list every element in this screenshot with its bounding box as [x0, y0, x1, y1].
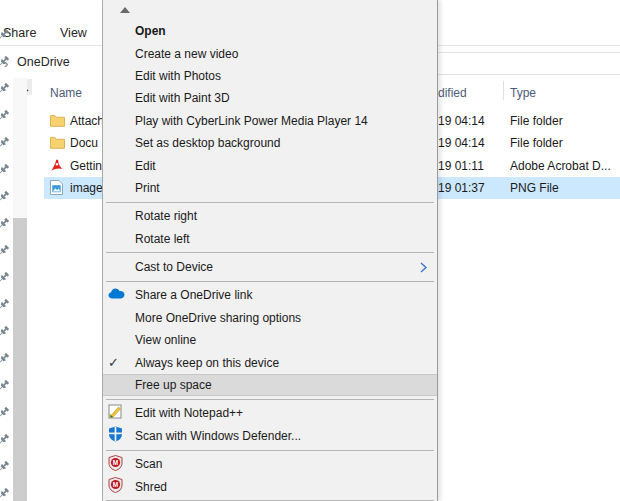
file-type: PNG File [510, 181, 559, 195]
menu-separator [106, 450, 434, 451]
column-header-name[interactable]: Name [50, 86, 82, 100]
menu-item-label: View online [135, 333, 196, 347]
breadcrumb-location[interactable]: OneDrive [17, 55, 70, 69]
pin-icon [0, 189, 10, 202]
menu-item-label: Shred [135, 480, 167, 494]
checkmark-icon: ✓ [108, 356, 119, 369]
menu-item-free-up-space[interactable]: Free up space [103, 374, 437, 396]
menu-item-label: Open [135, 24, 166, 38]
menu-item-label: Edit with Notepad++ [135, 406, 243, 420]
menu-item-share-a-onedrive-link[interactable]: Share a OneDrive link [103, 284, 437, 306]
context-menu: Open Create a new video Edit with Photos… [102, 0, 438, 501]
menu-item-view-online[interactable]: View online [103, 329, 437, 351]
explorer-window: Share View › OneDrive Name dified Type A… [0, 0, 620, 501]
menu-item-scan-with-windows-defender[interactable]: Scan with Windows Defender... [103, 425, 437, 447]
pin-icon [0, 405, 10, 418]
png-file-icon [50, 180, 65, 196]
pin-icon [0, 216, 10, 229]
pin-icon [0, 54, 10, 67]
menu-item-rotate-left[interactable]: Rotate left [103, 228, 437, 250]
folder-icon [50, 113, 65, 129]
pin-icon [0, 459, 10, 472]
pin-icon [0, 270, 10, 283]
file-date-modified: 19 01:11 [438, 159, 484, 173]
svg-text:M: M [113, 459, 118, 466]
menu-item-edit[interactable]: Edit [103, 154, 437, 176]
menu-item-label: Rotate left [135, 232, 190, 246]
menu-item-set-as-desktop-background[interactable]: Set as desktop background [103, 132, 437, 154]
menu-item-label: Edit [135, 159, 156, 173]
ribbon-tab-view[interactable]: View [60, 26, 87, 40]
pin-icon [0, 351, 10, 364]
menu-item-edit-with-notepad-plus-plus[interactable]: Edit with Notepad++ [103, 402, 437, 424]
file-name: Attach [70, 114, 104, 128]
menu-item-scan[interactable]: M Scan [103, 453, 437, 475]
windows-defender-icon [108, 426, 123, 445]
mcafee-shield-icon: M [108, 477, 123, 496]
menu-item-label: Edit with Photos [135, 69, 221, 83]
menu-item-label: More OneDrive sharing options [135, 311, 301, 325]
file-name: image [70, 181, 103, 195]
menu-item-rotate-right[interactable]: Rotate right [103, 205, 437, 227]
menu-item-edit-with-paint-3d[interactable]: Edit with Paint 3D [103, 87, 437, 109]
menu-item-shred[interactable]: M Shred [103, 475, 437, 497]
menu-item-play-with-cyberlink[interactable]: Play with CyberLink Power Media Player 1… [103, 110, 437, 132]
pin-icon [0, 27, 10, 40]
pin-icon [0, 108, 10, 121]
pin-icon [0, 243, 10, 256]
file-date-modified: 19 01:37 [438, 181, 485, 195]
pin-icon [0, 162, 10, 175]
file-type: Adobe Acrobat D... [510, 159, 611, 173]
menu-item-create-a-new-video[interactable]: Create a new video [103, 42, 437, 64]
menu-item-label: Share a OneDrive link [135, 288, 252, 302]
triangle-up-icon [120, 7, 130, 13]
menu-item-label: Set as desktop background [135, 136, 280, 150]
pin-icon [0, 135, 10, 148]
menu-item-label: Scan with Windows Defender... [135, 429, 301, 443]
menu-item-cast-to-device[interactable]: Cast to Device [103, 256, 437, 278]
menu-scroll-up-button[interactable] [103, 0, 437, 20]
pdf-file-icon [50, 158, 65, 174]
folder-icon [50, 135, 65, 151]
menu-item-label: Cast to Device [135, 260, 213, 274]
notepad-plus-plus-icon [108, 404, 123, 422]
pin-icon [0, 432, 10, 445]
mcafee-shield-icon: M [108, 455, 123, 474]
nav-scrollbar-track[interactable] [13, 78, 27, 501]
column-header-date-modified[interactable]: dified [438, 86, 467, 100]
menu-separator [106, 281, 434, 282]
menu-separator [106, 202, 434, 203]
file-type: File folder [510, 136, 563, 150]
file-date-modified: 19 04:14 [438, 114, 485, 128]
file-date-modified: 19 04:14 [438, 136, 485, 150]
pin-icon [0, 324, 10, 337]
menu-item-print[interactable]: Print [103, 177, 437, 199]
menu-item-label: Always keep on this device [135, 356, 279, 370]
file-name: Docu [70, 136, 98, 150]
pin-icon [0, 486, 10, 499]
column-header-type[interactable]: Type [510, 86, 536, 100]
menu-separator [106, 399, 434, 400]
pin-icon [0, 378, 10, 391]
menu-item-open[interactable]: Open [103, 20, 437, 42]
menu-item-label: Scan [135, 457, 162, 471]
file-name: Gettin [70, 159, 102, 173]
menu-item-label: Free up space [135, 378, 212, 392]
menu-item-always-keep-on-this-device[interactable]: ✓ Always keep on this device [103, 351, 437, 373]
menu-item-label: Print [135, 181, 160, 195]
column-separator[interactable] [503, 81, 504, 100]
pin-icon [0, 81, 10, 94]
file-type: File folder [510, 114, 563, 128]
menu-separator [106, 252, 434, 253]
menu-item-more-onedrive-sharing-options[interactable]: More OneDrive sharing options [103, 307, 437, 329]
address-bar[interactable] [437, 52, 620, 75]
nav-scrollbar-thumb[interactable] [13, 218, 27, 501]
menu-item-edit-with-photos[interactable]: Edit with Photos [103, 65, 437, 87]
svg-text:M: M [113, 481, 118, 488]
pin-icon [0, 297, 10, 310]
menu-item-label: Edit with Paint 3D [135, 91, 230, 105]
menu-item-label: Rotate right [135, 209, 197, 223]
onedrive-cloud-icon [108, 288, 125, 302]
menu-item-label: Create a new video [135, 47, 238, 61]
menu-item-label: Play with CyberLink Power Media Player 1… [135, 114, 368, 128]
